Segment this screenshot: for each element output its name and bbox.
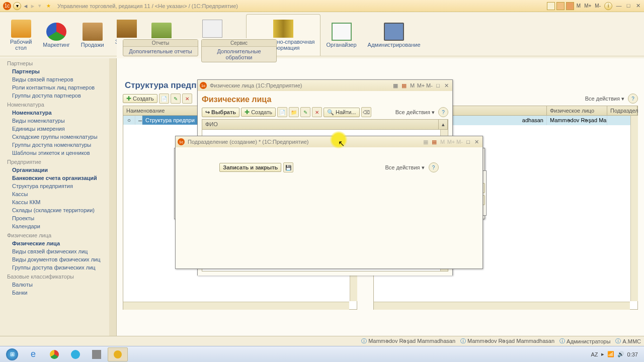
all-actions-dd[interactable]: Все действия ▾: [393, 109, 437, 116]
modal-m+[interactable]: M+: [417, 82, 425, 89]
subtab-service[interactable]: Сервис Дополнительные обработки: [201, 39, 277, 62]
main-menu-icon[interactable]: ▾: [13, 2, 21, 10]
nav-item[interactable]: Кассы ККМ: [0, 198, 116, 206]
grid-hscroll[interactable]: [123, 302, 349, 310]
close-button[interactable]: ✕: [634, 3, 642, 10]
nav-item[interactable]: Группы доступа физических лиц: [0, 263, 116, 272]
modal-max-icon[interactable]: □: [464, 138, 472, 146]
nav-scrollbar[interactable]: [109, 58, 116, 348]
minimize-button[interactable]: —: [615, 3, 623, 10]
nav-item[interactable]: Склады (складские территории): [0, 206, 116, 214]
modal-tool-icon[interactable]: ▦: [422, 138, 429, 146]
nav-item[interactable]: Единицы измерения: [0, 125, 116, 133]
help-button[interactable]: ?: [438, 107, 448, 117]
nav-item[interactable]: Складские группы номенклатуры: [0, 133, 116, 141]
help-button[interactable]: ?: [429, 162, 439, 172]
tray-flag-icon[interactable]: ▸: [601, 351, 604, 357]
col-podr[interactable]: Подраздел: [607, 106, 637, 115]
ribbon-desktop[interactable]: Рабочийстол: [5, 14, 37, 56]
nav-fwd-icon[interactable]: ►: [29, 3, 36, 9]
nav-item[interactable]: Банки: [0, 289, 116, 297]
nav-item[interactable]: Кассы: [0, 190, 116, 198]
modal-tool2-icon[interactable]: ▦: [430, 138, 438, 146]
folder-button[interactable]: 📁: [289, 107, 299, 117]
clock[interactable]: 0:37: [627, 351, 638, 357]
nav-back-icon[interactable]: ◄: [22, 3, 29, 9]
modal-m-[interactable]: M-: [456, 138, 463, 146]
favorites-icon[interactable]: ★: [44, 2, 52, 10]
delete-button[interactable]: ✕: [312, 107, 322, 117]
status-group[interactable]: ⓘАдминистраторы: [559, 337, 610, 345]
modal-m[interactable]: M: [439, 138, 446, 146]
nav-item[interactable]: Роли контактных лиц партнеров: [0, 83, 116, 92]
create-button[interactable]: ✚Создать: [123, 94, 157, 103]
all-actions-dd[interactable]: Все действия ▾: [583, 96, 626, 102]
modal-dept-titlebar[interactable]: 1c Подразделение (создание) * (1С:Предпр…: [176, 136, 482, 147]
tb-tool1-icon[interactable]: [547, 2, 555, 10]
find-button[interactable]: 🔍Найти...: [324, 108, 360, 117]
m-button[interactable]: M: [576, 3, 582, 9]
subtab-reports[interactable]: Отчеты Дополнительные отчеты: [123, 39, 198, 56]
taskbar-1c[interactable]: [108, 347, 128, 361]
col-sort-icon[interactable]: ▴: [439, 120, 448, 129]
grid-hscroll[interactable]: [374, 302, 630, 310]
clear-filter-button[interactable]: ⌫: [361, 107, 371, 117]
maximize-button[interactable]: □: [624, 3, 632, 10]
help-button[interactable]: ?: [628, 94, 638, 104]
nav-item[interactable]: Организации: [0, 166, 116, 174]
modal-m-[interactable]: M-: [426, 82, 433, 89]
ribbon-organizer[interactable]: Органайзер: [321, 14, 362, 56]
status-user1[interactable]: ⓘMammədov Rəşad Mammadhasan: [361, 337, 455, 345]
grid-vscroll[interactable]: [630, 116, 638, 301]
ribbon-admin[interactable]: Администрирование: [363, 14, 426, 56]
nav-item[interactable]: Банковские счета организаций: [0, 174, 116, 182]
m-minus-button[interactable]: M-: [594, 3, 602, 9]
nav-item[interactable]: Виды документов физических лиц: [0, 255, 116, 263]
help-icon[interactable]: i: [604, 2, 612, 10]
tray-vol-icon[interactable]: 🔊: [617, 351, 624, 357]
save-close-button[interactable]: Записать и закрыть: [219, 163, 281, 172]
modal-close-icon[interactable]: ✕: [443, 82, 450, 89]
modal-tool2-icon[interactable]: ▦: [400, 82, 408, 89]
modal-max-icon[interactable]: □: [434, 82, 442, 89]
nav-item[interactable]: Группы доступа партнеров: [0, 92, 116, 100]
status-user2[interactable]: ⓘMammədov Rəşad Mammadhasan: [460, 337, 554, 345]
modal-close-icon[interactable]: ✕: [473, 138, 480, 146]
nav-item[interactable]: Календари: [0, 222, 116, 230]
copy-button[interactable]: 📄: [159, 94, 169, 104]
taskbar-app2[interactable]: [87, 347, 107, 361]
nav-item[interactable]: Физические лица: [0, 239, 116, 247]
copy-button[interactable]: 📄: [277, 107, 287, 117]
tray-net-icon[interactable]: 📶: [607, 351, 614, 357]
nav-item[interactable]: Группы доступа номенклатуры: [0, 141, 116, 149]
nav-item[interactable]: Валюты: [0, 281, 116, 289]
edit-button[interactable]: ✎: [300, 107, 310, 117]
modal-m[interactable]: M: [409, 82, 416, 89]
create-button[interactable]: ✚Создать: [241, 108, 276, 117]
nav-item[interactable]: Номенклатура: [0, 109, 116, 117]
nav-item[interactable]: Партнеры: [0, 67, 116, 75]
modal-m+[interactable]: M+: [447, 138, 455, 146]
m-plus-button[interactable]: M+: [583, 3, 592, 9]
modal-persons-titlebar[interactable]: 1c Физические лица (1С:Предприятие) ▦ ▦ …: [198, 80, 452, 91]
nav-dd-icon[interactable]: ▾: [36, 3, 43, 9]
tb-tool2-icon[interactable]: [556, 2, 565, 10]
col-fiz[interactable]: Физическое лицо: [547, 106, 607, 115]
start-button[interactable]: ⊞: [2, 347, 22, 361]
ribbon-sales[interactable]: Продажи: [76, 14, 109, 56]
col-fio[interactable]: ФИО: [202, 120, 439, 129]
taskbar-app1[interactable]: [65, 347, 86, 361]
all-actions-dd[interactable]: Все действия ▾: [383, 164, 426, 171]
nav-item[interactable]: Структура предприятия: [0, 182, 116, 190]
taskbar-chrome[interactable]: [44, 347, 64, 361]
tb-tool3-icon[interactable]: [566, 2, 574, 10]
system-tray[interactable]: AZ ▸ 📶 🔊 0:37: [591, 351, 642, 357]
lang-indicator[interactable]: AZ: [591, 351, 598, 357]
select-button[interactable]: ↪Выбрать: [202, 108, 239, 117]
modal-tool-icon[interactable]: ▦: [391, 82, 399, 89]
delete-button[interactable]: ✕: [182, 94, 192, 104]
nav-item[interactable]: Виды связей физических лиц: [0, 247, 116, 255]
nav-item[interactable]: Виды номенклатуры: [0, 117, 116, 125]
ribbon-marketing[interactable]: Маркетинг: [38, 14, 74, 56]
edit-button[interactable]: ✎: [171, 94, 181, 104]
